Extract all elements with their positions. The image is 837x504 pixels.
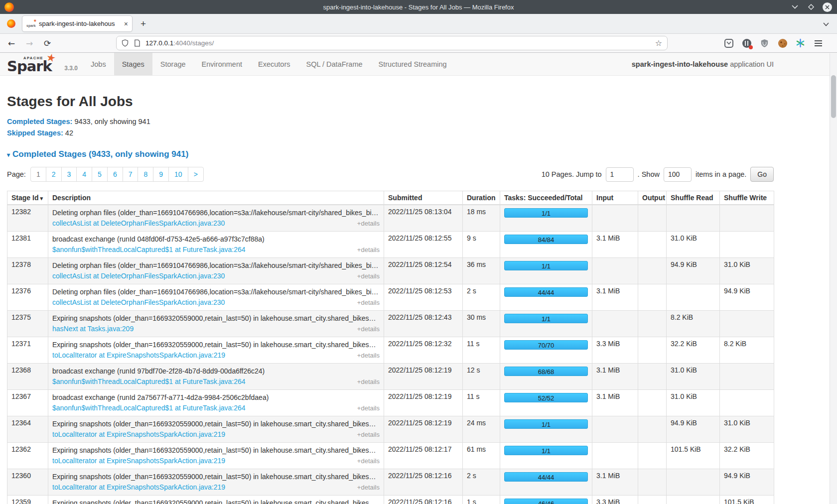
page-button[interactable]: 9 bbox=[153, 167, 168, 181]
page-button[interactable]: 5 bbox=[92, 167, 107, 181]
stage-id-cell: 12381 bbox=[7, 232, 48, 258]
nav-item-environment[interactable]: Environment bbox=[194, 53, 250, 75]
details-toggle[interactable]: +details bbox=[357, 245, 380, 255]
nav-item-sql-dataframe[interactable]: SQL / DataFrame bbox=[298, 53, 370, 75]
input-cell: 3.3 MiB bbox=[592, 337, 638, 364]
new-tab-button[interactable]: + bbox=[140, 18, 146, 29]
col-description[interactable]: Description bbox=[48, 191, 384, 205]
page-scrollbar[interactable] bbox=[830, 53, 837, 504]
col-shuffle-write[interactable]: Shuffle Write bbox=[720, 191, 774, 205]
shuffle-read-cell: 94.9 KiB bbox=[667, 258, 720, 284]
skipped-stages-link[interactable]: Skipped Stages: bbox=[7, 129, 63, 137]
go-button[interactable]: Go bbox=[750, 167, 774, 182]
details-toggle[interactable]: +details bbox=[357, 219, 380, 229]
url-bar[interactable]: 127.0.0.1:4040/stages/ ☆ bbox=[116, 36, 668, 50]
nav-item-structured-streaming[interactable]: Structured Streaming bbox=[371, 53, 455, 75]
col-duration[interactable]: Duration bbox=[463, 191, 500, 205]
page-button[interactable]: 3 bbox=[61, 167, 77, 181]
details-toggle[interactable]: +details bbox=[357, 456, 380, 466]
back-button[interactable]: ← bbox=[5, 37, 18, 50]
stage-description: Expiring snapshots (older_than=166932055… bbox=[52, 472, 380, 482]
stage-callsite-link[interactable]: toLocalIterator at ExpireSnapshotsSparkA… bbox=[52, 456, 225, 466]
output-cell bbox=[638, 443, 667, 469]
stage-description: Expiring snapshots (older_than=166932055… bbox=[52, 498, 380, 504]
extension-mask-icon[interactable] bbox=[741, 38, 752, 48]
window-maximize-button[interactable] bbox=[806, 2, 816, 12]
browser-tab[interactable]: spark★ spark-ingest-into-lakehous × bbox=[22, 15, 133, 32]
jump-to-page-input[interactable] bbox=[606, 167, 634, 182]
nav-item-stages[interactable]: Stages bbox=[114, 53, 152, 75]
nav-item-executors[interactable]: Executors bbox=[250, 53, 298, 75]
window-titlebar[interactable]: spark-ingest-into-lakehouse - Stages for… bbox=[0, 0, 837, 14]
menu-hamburger-icon[interactable] bbox=[813, 38, 824, 48]
bookmark-star-icon[interactable]: ☆ bbox=[655, 38, 662, 48]
tasks-cell: 44/44 bbox=[500, 284, 592, 311]
nav-item-jobs[interactable]: Jobs bbox=[83, 53, 114, 75]
details-toggle[interactable]: +details bbox=[357, 430, 380, 440]
page-button[interactable]: 4 bbox=[76, 167, 92, 181]
tracking-shield-icon[interactable] bbox=[122, 39, 129, 47]
details-toggle[interactable]: +details bbox=[357, 403, 380, 413]
col-shuffle-read[interactable]: Shuffle Read bbox=[667, 191, 720, 205]
stage-callsite-link[interactable]: toLocalIterator at ExpireSnapshotsSparkA… bbox=[52, 429, 225, 439]
details-toggle[interactable]: +details bbox=[357, 271, 380, 281]
table-row: 12362 Expiring snapshots (older_than=166… bbox=[7, 443, 774, 469]
shuffle-write-cell bbox=[720, 232, 774, 258]
tab-close-icon[interactable]: × bbox=[124, 20, 128, 28]
stage-callsite-link[interactable]: collectAsList at DeleteOrphanFilesSparkA… bbox=[52, 271, 225, 281]
items-per-page-input[interactable] bbox=[664, 167, 692, 182]
skipped-stages-summary: Skipped Stages: 42 bbox=[7, 127, 774, 139]
page-info-icon[interactable] bbox=[134, 39, 140, 47]
page-button[interactable]: 6 bbox=[107, 167, 123, 181]
window-close-button[interactable] bbox=[823, 2, 832, 12]
col-output[interactable]: Output bbox=[638, 191, 667, 205]
table-header-row: Stage Id▾ Description Submitted Duration… bbox=[7, 191, 774, 205]
scrollbar-thumb[interactable] bbox=[831, 75, 836, 118]
tasks-cell: 84/84 bbox=[500, 232, 592, 258]
output-cell bbox=[638, 284, 667, 311]
shuffle-write-cell bbox=[720, 364, 774, 390]
stage-callsite-link[interactable]: $anonfun$withThreadLocalCaptured$1 at Fu… bbox=[52, 377, 246, 386]
col-stage-id[interactable]: Stage Id▾ bbox=[7, 191, 48, 205]
extension-ublock-icon[interactable] bbox=[759, 38, 770, 48]
submitted-cell: 2022/11/25 08:12:43 bbox=[384, 311, 463, 337]
description-cell: broadcast exchange (runId 97bdf70e-2f28-… bbox=[48, 364, 384, 390]
stage-callsite-link[interactable]: collectAsList at DeleteOrphanFilesSparkA… bbox=[52, 218, 225, 228]
duration-cell: 2 s bbox=[463, 469, 500, 496]
page-button[interactable]: 1 bbox=[31, 167, 46, 181]
stage-description: broadcast exchange (runId 2a75677f-a771-… bbox=[52, 392, 380, 403]
page-button[interactable]: 8 bbox=[138, 167, 153, 181]
stage-callsite-link[interactable]: $anonfun$withThreadLocalCaptured$1 at Fu… bbox=[52, 403, 246, 413]
description-cell: broadcast exchange (runId 048fd06f-d753-… bbox=[48, 232, 384, 258]
completed-stages-link[interactable]: Completed Stages: bbox=[7, 118, 72, 126]
details-toggle[interactable]: +details bbox=[357, 377, 380, 387]
extension-asterisk-icon[interactable] bbox=[795, 38, 806, 48]
stage-callsite-link[interactable]: $anonfun$withThreadLocalCaptured$1 at Fu… bbox=[52, 245, 246, 254]
stage-callsite-link[interactable]: hasNext at Tasks.java:209 bbox=[52, 324, 134, 334]
stage-callsite-link[interactable]: collectAsList at DeleteOrphanFilesSparkA… bbox=[52, 297, 225, 307]
nav-item-storage[interactable]: Storage bbox=[152, 53, 194, 75]
col-tasks[interactable]: Tasks: Succeeded/Total bbox=[500, 191, 592, 205]
shuffle-read-cell: 31.0 KiB bbox=[667, 232, 720, 258]
list-all-tabs-chevron-icon[interactable] bbox=[823, 19, 829, 28]
reload-button[interactable]: ⟳ bbox=[41, 37, 54, 50]
details-toggle[interactable]: +details bbox=[357, 298, 380, 308]
stage-callsite-link[interactable]: toLocalIterator at ExpireSnapshotsSparkA… bbox=[52, 482, 225, 492]
page-button[interactable]: 7 bbox=[123, 167, 138, 181]
extension-cookie-icon[interactable] bbox=[777, 38, 788, 48]
details-toggle[interactable]: +details bbox=[357, 351, 380, 361]
page-button[interactable]: > bbox=[188, 167, 203, 181]
page-button[interactable]: 2 bbox=[46, 167, 61, 181]
extension-pocket-icon[interactable] bbox=[723, 38, 734, 48]
completed-stages-section-header[interactable]: ▾Completed Stages (9433, only showing 94… bbox=[7, 149, 774, 159]
stage-callsite-link[interactable]: toLocalIterator at ExpireSnapshotsSparkA… bbox=[52, 350, 225, 360]
spark-logo[interactable]: APACHE Spark ★ 3.3.0 bbox=[7, 53, 63, 75]
output-cell bbox=[638, 258, 667, 284]
window-minimize-button[interactable] bbox=[790, 2, 800, 12]
tasks-cell: 44/44 bbox=[500, 469, 592, 496]
col-input[interactable]: Input bbox=[592, 191, 638, 205]
details-toggle[interactable]: +details bbox=[357, 483, 380, 493]
page-button[interactable]: 10 bbox=[168, 167, 188, 181]
details-toggle[interactable]: +details bbox=[357, 324, 380, 334]
col-submitted[interactable]: Submitted bbox=[384, 191, 463, 205]
